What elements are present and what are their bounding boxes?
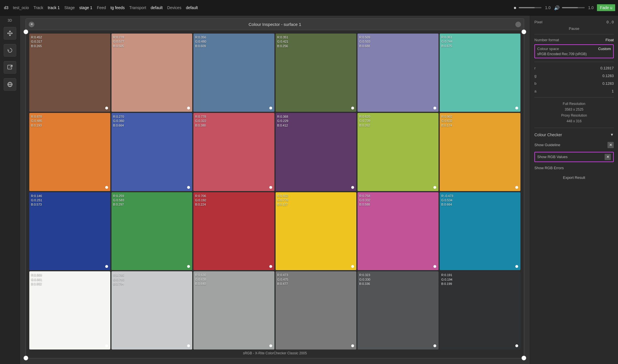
show-rgb-errors-row: Show RGB Errors [534,164,614,171]
topbar-feed-label: Feed [96,5,107,11]
left-sidebar: 3D [0,16,20,364]
topbar-feed-value: tg feeds [109,5,126,11]
divider-4 [534,128,614,128]
color-dot[interactable] [433,265,436,268]
handle-br[interactable] [522,356,526,360]
show-rgb-values-x-button[interactable]: ✕ [605,154,611,160]
color-cell-text: R:0.630G:0.638B:0.640 [195,273,273,286]
topbar-transport-value: default [150,5,164,11]
corner-handle[interactable] [515,22,521,27]
number-format-row: Number format Float [534,38,614,42]
fade-button[interactable]: Fade u [597,4,615,11]
pixel-row: Pixel 0 , 0 [534,20,614,24]
color-dot[interactable] [433,186,436,189]
color-cell-text: R:0.473G:0.475B:0.477 [277,273,355,286]
export-result-row: Export Result [534,174,614,181]
color-cell: R:0.902G:0.632B:0.174 [440,113,521,191]
color-cell-text: R:0.959G:0.961B:0.952 [31,273,109,286]
g-row: g 0.1283 [534,73,614,78]
show-guideline-x-button[interactable]: ✕ [607,142,614,148]
color-cell: R:0.356G:0.480B:0.609 [193,34,274,112]
export-result-button[interactable]: Export Result [534,174,614,181]
color-dot[interactable] [187,107,190,109]
color-dot[interactable] [433,107,436,109]
color-cell: R:0.270G:0.360B:0.664 [111,113,193,191]
color-dot[interactable] [269,186,272,189]
color-cell-text: R:0.932G:0.776B:0.127 [277,194,355,207]
close-button[interactable]: ✕ [29,22,34,27]
color-dot[interactable] [515,107,518,109]
number-format-label: Number format [534,38,559,42]
color-dot[interactable] [105,107,108,109]
show-rgb-values-box: Show RGB Values ✕ [534,152,614,162]
colour-space-sub: sRGB Encoded Rec.709 (sRGB) [537,52,611,56]
color-dot[interactable] [269,107,272,109]
color-cell: R:0.323G:0.330B:0.336 [357,271,439,349]
color-dot[interactable] [187,265,190,268]
color-dot[interactable] [351,265,354,268]
res-block: Full Resolution 3583 x 2525 Proxy Resolu… [534,101,614,124]
color-dot[interactable] [105,344,108,347]
topbar-brightness-value: 1.0 [587,5,595,11]
rotate-tool-button[interactable] [4,44,16,57]
color-cell-text: R:0.368G:0.229B:0.412 [277,115,355,128]
color-cell-text: R:0.351G:0.421B:0.256 [277,35,355,48]
pixel-label: Pixel [534,20,542,24]
topbar-project: test_ocio [12,5,30,11]
color-dot[interactable] [351,186,354,189]
r-value: 0.12817 [600,66,614,70]
volume-slider[interactable] [519,7,541,8]
color-dot[interactable] [269,344,272,347]
color-cell-text: R:0.361G:0.744B:0.675 [441,35,519,48]
main-layout: 3D [0,16,618,364]
colour-space-value[interactable]: Custom [598,47,611,51]
color-cell-text: R:-0.473G:0.534B:0.664 [441,194,519,207]
svg-rect-0 [8,65,12,69]
color-dot[interactable] [351,344,354,347]
color-dot[interactable] [433,344,436,347]
color-cell: R:0.368G:0.229B:0.412 [276,113,357,191]
handle-tr[interactable] [522,30,526,34]
handle-tl[interactable] [24,30,28,34]
color-cell-text: R:0.706G:0.192B:0.224 [195,194,273,207]
color-dot[interactable] [515,265,518,268]
color-cell-text: R:0.785G:0.793B:0.794 [113,273,191,286]
brightness-slider[interactable] [562,7,585,8]
color-cell-text: R:0.902G:0.632B:0.174 [441,115,519,128]
topbar-stage-value: stage 1 [78,5,94,11]
full-res-value: 3583 x 2525 [534,107,614,112]
color-dot[interactable] [187,344,190,347]
color-cell: R:0.259G:0.583B:0.297 [111,192,193,270]
pause-button[interactable]: Pause [569,26,579,31]
color-dot[interactable] [351,107,354,109]
dropdown-arrow-icon[interactable]: ▼ [610,133,614,137]
color-dot[interactable] [269,265,272,268]
color-dot[interactable] [105,186,108,189]
colour-checker-section-header: Colour Checker ▼ [534,131,614,138]
color-cell: R:0.630G:0.638B:0.640 [193,271,274,349]
color-cell-text: R:0.146G:0.251B:0.573 [31,194,109,207]
color-cell-text: R:0.620G:0.739B:0.262 [359,115,437,128]
color-cell-text: R:0.509G:0.503B:0.688 [359,35,437,48]
color-cell-text: R:0.259G:0.583B:0.297 [113,194,191,207]
full-res-label: Full Resolution [534,101,614,107]
g-label: g [534,74,536,78]
proxy-res-value: 448 x 316 [534,118,614,124]
g-value: 0.1283 [602,74,614,78]
color-cell-text: R:0.191G:0.194B:0.199 [441,273,519,286]
color-dot[interactable] [187,186,190,189]
number-format-value[interactable]: Float [605,38,614,42]
color-grid: R:0.452G:0.317B:0.265 R:0.778G:0.577B:0.… [29,34,520,349]
color-cell: R:0.706G:0.192B:0.224 [193,192,274,270]
color-dot[interactable] [515,344,518,347]
handle-bl[interactable] [24,356,28,360]
color-dot[interactable] [105,265,108,268]
external-tool-button[interactable] [4,61,16,74]
grid-caption: sRGB - X-Rite ColorChecker Classic 2005 [29,351,520,355]
color-dot[interactable] [515,186,518,189]
color-cell: R:0.361G:0.744B:0.675 [440,34,521,112]
pixel-coords: 0 , 0 [607,20,614,24]
globe-tool-button[interactable] [4,78,16,91]
move-tool-button[interactable] [4,27,16,40]
b-row: b 0.1283 [534,81,614,86]
